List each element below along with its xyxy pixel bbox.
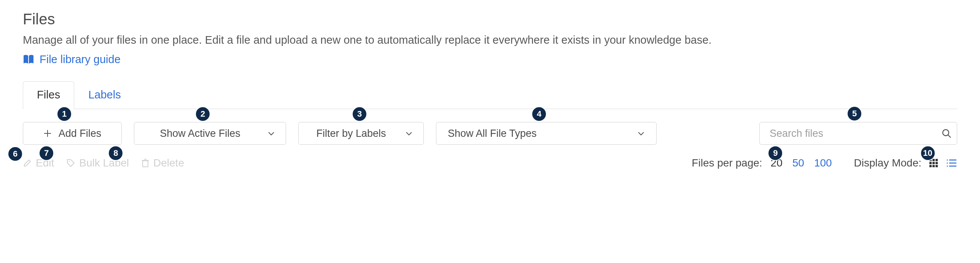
tabs: Files Labels <box>23 81 957 109</box>
bulk-label-action[interactable]: 8 Bulk Label <box>66 157 129 169</box>
add-files-button[interactable]: 1 Add Files <box>23 122 122 145</box>
label-filter-select[interactable]: 3 Filter by Labels <box>298 122 424 145</box>
svg-rect-5 <box>143 161 148 167</box>
type-filter-select[interactable]: 4 Show All File Types <box>436 122 657 145</box>
svg-rect-11 <box>929 162 932 164</box>
file-library-guide-link[interactable]: File library guide <box>23 53 121 66</box>
delete-label: Delete <box>153 157 184 169</box>
list-icon <box>946 158 957 168</box>
svg-rect-9 <box>932 159 935 161</box>
add-files-label: Add Files <box>59 128 102 139</box>
svg-point-2 <box>943 130 949 136</box>
svg-rect-14 <box>929 165 932 167</box>
tab-files[interactable]: Files <box>23 81 74 109</box>
annotation-badge-2: 2 <box>195 106 210 122</box>
svg-point-19 <box>947 163 948 164</box>
annotation-badge-6: 6 <box>8 146 23 162</box>
bulk-label-label: Bulk Label <box>79 157 129 169</box>
annotation-badge-5: 5 <box>847 106 862 121</box>
bulk-actions: 6 7 Edit 8 Bulk Label <box>23 157 184 169</box>
chevron-down-icon <box>405 131 413 136</box>
files-per-page-100[interactable]: 100 <box>813 157 834 169</box>
display-mode: 10 Display Mode: <box>854 157 957 169</box>
status-filter-select[interactable]: 2 Show Active Files <box>134 122 286 145</box>
annotation-badge-10: 10 <box>920 146 935 161</box>
plus-icon <box>43 129 52 138</box>
chevron-down-icon <box>267 131 275 136</box>
tab-labels[interactable]: Labels <box>74 81 135 109</box>
svg-rect-15 <box>932 165 935 167</box>
svg-point-17 <box>947 160 948 161</box>
svg-rect-16 <box>935 165 938 167</box>
trash-icon <box>141 158 150 168</box>
annotation-badge-7: 7 <box>39 146 54 161</box>
svg-rect-10 <box>935 159 938 161</box>
svg-rect-13 <box>935 162 938 164</box>
page-title: Files <box>23 11 957 28</box>
files-per-page: 9 Files per page: 20 50 100 <box>692 157 833 169</box>
search-icon[interactable] <box>941 128 952 139</box>
svg-point-4 <box>69 161 70 162</box>
annotation-badge-8: 8 <box>108 146 123 161</box>
search-input[interactable] <box>759 122 957 145</box>
annotation-badge-3: 3 <box>352 106 367 122</box>
files-per-page-label: Files per page: <box>692 157 762 169</box>
display-mode-label: Display Mode: <box>854 157 921 169</box>
chevron-down-icon <box>637 131 645 136</box>
tag-icon <box>66 158 75 168</box>
toolbar: 1 Add Files 2 Show Active Files 3 Filter… <box>23 114 957 149</box>
action-row: 6 7 Edit 8 Bulk Label <box>23 149 957 171</box>
guide-link-label: File library guide <box>40 53 121 66</box>
status-filter-label: Show Active Files <box>145 128 255 139</box>
delete-action[interactable]: Delete <box>141 157 184 169</box>
svg-point-21 <box>947 166 948 167</box>
book-icon <box>23 55 34 65</box>
type-filter-label: Show All File Types <box>448 128 537 139</box>
svg-line-3 <box>948 135 951 138</box>
files-per-page-50[interactable]: 50 <box>791 157 806 169</box>
search-wrap: 5 <box>759 122 957 145</box>
label-filter-label: Filter by Labels <box>309 128 393 139</box>
edit-action[interactable]: 7 Edit <box>23 157 54 169</box>
svg-rect-12 <box>932 162 935 164</box>
list-view-button[interactable] <box>946 158 957 168</box>
pencil-icon <box>23 158 32 168</box>
annotation-badge-4: 4 <box>531 106 547 122</box>
annotation-badge-1: 1 <box>57 106 72 122</box>
page-description: Manage all of your files in one place. E… <box>23 34 957 46</box>
